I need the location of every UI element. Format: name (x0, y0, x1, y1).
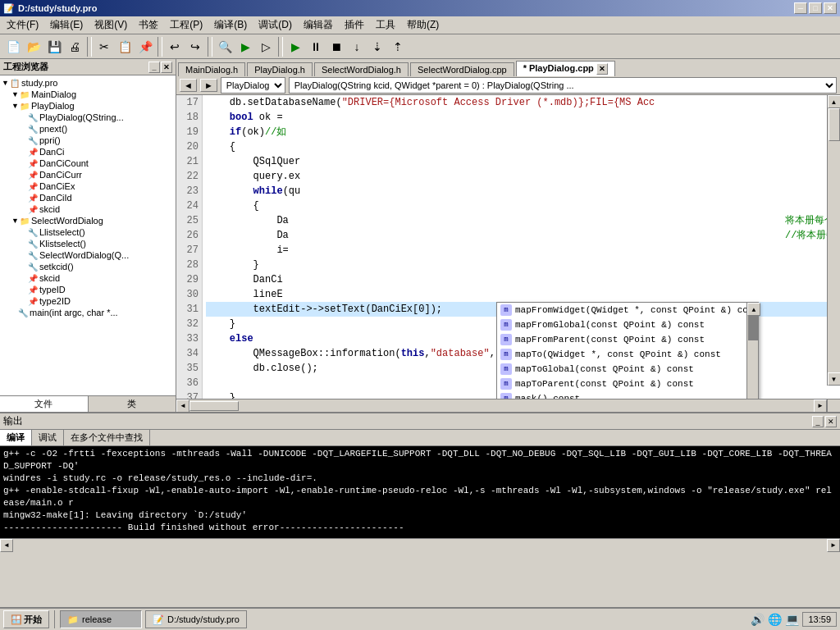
tab-playdialog-cpp[interactable]: * PlayDialog.cpp ✕ (516, 61, 615, 76)
debug-into-button[interactable]: ⇣ (368, 37, 387, 57)
undo-button[interactable]: ↩ (165, 37, 185, 57)
tab-maindialog-h[interactable]: MainDialog.h (178, 62, 245, 76)
menu-bookmark[interactable]: 书签 (134, 16, 163, 34)
tree-item-root[interactable]: ▼ 📋 study.pro (2, 77, 174, 89)
tree-item-playdialog-ctor[interactable]: 🔧 PlayDialog(QString... (2, 112, 174, 123)
debug-step-button[interactable]: ↓ (347, 37, 367, 57)
copy-button[interactable]: 📋 (115, 37, 135, 57)
tab-selectworddialog-cpp[interactable]: SelectWordDialog.cpp (410, 62, 514, 76)
tree-item-type2id[interactable]: 📌 type2ID (2, 295, 174, 307)
tree-item-main[interactable]: 🔧 main(int argc, char *... (2, 307, 174, 318)
ac-scrollbar[interactable]: ▲ ▼ (746, 303, 758, 399)
tree-item-llistselect[interactable]: 🔧 Llistselect() (2, 226, 174, 238)
expand-maindialog[interactable]: ▼ (11, 90, 18, 98)
expand-root[interactable]: ▼ (2, 79, 8, 87)
ac-item-2[interactable]: m mapFromGlobal(const QPoint &) const (497, 317, 746, 332)
tab-playdialog-h[interactable]: PlayDialog.h (247, 62, 313, 76)
tree-item-dancicount[interactable]: 📌 DanCiCount (2, 158, 174, 169)
nav-back-button[interactable]: ◄ (180, 79, 197, 92)
editor-vscrollbar[interactable]: ▲ ▼ (827, 95, 840, 386)
tree-item-ppri[interactable]: 🔧 ppri() (2, 135, 174, 146)
editor-hscroll-thumb[interactable] (189, 401, 239, 411)
taskbar-item-release[interactable]: 📁 release (60, 610, 142, 628)
paste-button[interactable]: 📌 (135, 37, 155, 57)
run-button[interactable]: ▷ (256, 37, 276, 57)
menu-project[interactable]: 工程(P) (165, 16, 208, 34)
expand-playdialog[interactable]: ▼ (11, 102, 18, 110)
panel-tab-file[interactable]: 文件 (0, 396, 89, 412)
close-button[interactable]: ✕ (824, 2, 837, 14)
cut-button[interactable]: ✂ (94, 37, 114, 57)
ac-item-3[interactable]: m mapFromParent(const QPoint &) const (497, 332, 746, 347)
build-button[interactable]: ▶ (235, 37, 255, 57)
minimize-button[interactable]: ─ (794, 2, 807, 14)
output-float-button[interactable]: _ (812, 416, 824, 427)
save-button[interactable]: 💾 (44, 37, 64, 57)
debug-pause-button[interactable]: ⏸ (306, 37, 326, 57)
ac-item-6[interactable]: m mapToParent(const QPoint &) const (497, 377, 746, 391)
taskbar-item-study[interactable]: 📝 D:/study/study.pro (145, 610, 247, 628)
ac-item-7[interactable]: m mask() const (497, 391, 746, 399)
tree-item-playdialog[interactable]: ▼ 📁 PlayDialog (2, 100, 174, 112)
tree-item-selectword-ctor[interactable]: 🔧 SelectWordDialog(Q... (2, 249, 174, 261)
output-tab-search[interactable]: 在多个文件中查找 (64, 430, 150, 445)
debug-out-button[interactable]: ⇡ (388, 37, 408, 57)
output-scroll-right[interactable]: ► (827, 539, 840, 552)
tab-close-button[interactable]: ✕ (596, 63, 608, 75)
panel-tab-class[interactable]: 类 (89, 396, 176, 412)
redo-button[interactable]: ↪ (185, 37, 205, 57)
method-selector[interactable]: PlayDialog(QString kcid, QWidget *parent… (289, 77, 837, 94)
editor-vscroll-thumb[interactable] (829, 108, 840, 141)
expand-selectworddialog[interactable]: ▼ (11, 217, 18, 225)
menu-editor[interactable]: 编辑器 (299, 16, 338, 34)
output-scroll-left[interactable]: ◄ (0, 539, 13, 552)
tree-item-selectworddialog[interactable]: ▼ 📁 SelectWordDialog (2, 215, 174, 226)
start-button[interactable]: 🪟 开始 (3, 610, 49, 628)
menu-debug[interactable]: 调试(D) (253, 16, 297, 34)
output-close-button[interactable]: ✕ (825, 416, 837, 427)
menu-tools[interactable]: 工具 (371, 16, 400, 34)
find-button[interactable]: 🔍 (215, 37, 235, 57)
ac-item-4[interactable]: m mapTo(QWidget *, const QPoint &) const (497, 347, 746, 362)
menu-compile[interactable]: 编译(B) (209, 16, 252, 34)
output-hscrollbar[interactable]: ◄ ► (0, 538, 840, 551)
autocomplete-dropdown[interactable]: m mapFromWidget(QWidget *, const QPoint … (496, 302, 759, 399)
ac-item-5[interactable]: m mapToGlobal(const QPoint &) const (497, 362, 746, 377)
tree-item-skcid2[interactable]: 📌 skcid (2, 272, 174, 284)
new-button[interactable]: 📄 (3, 37, 23, 57)
ac-scroll-thumb[interactable] (748, 316, 758, 340)
editor-scroll-down[interactable]: ▼ (828, 372, 841, 386)
editor-hscrollbar[interactable]: ◄ ► (176, 399, 840, 412)
tree-item-setkcid[interactable]: 🔧 setkcid() (2, 261, 174, 272)
tab-selectworddialog-h[interactable]: SelectWordDialog.h (314, 62, 409, 76)
maximize-button[interactable]: □ (809, 2, 822, 14)
tree-item-danci[interactable]: 📌 DanCi (2, 146, 174, 158)
panel-close-button[interactable]: ✕ (161, 62, 172, 73)
output-tab-compile[interactable]: 编译 (0, 430, 32, 445)
panel-float-button[interactable]: _ (148, 62, 160, 73)
editor-scroll-left[interactable]: ◄ (176, 399, 189, 413)
debug-stop-button[interactable]: ⏹ (326, 37, 346, 57)
menu-view[interactable]: 视图(V) (89, 16, 132, 34)
tree-item-danciid[interactable]: 📌 DanCiId (2, 192, 174, 203)
ac-scroll-up[interactable]: ▲ (747, 303, 760, 316)
tree-item-skcid[interactable]: 📌 skcid (2, 203, 174, 215)
menu-plugins[interactable]: 插件 (340, 16, 369, 34)
editor-scroll-right[interactable]: ► (814, 399, 827, 413)
print-button[interactable]: 🖨 (65, 37, 84, 57)
debug-run-button[interactable]: ▶ (285, 37, 305, 57)
tree-item-pnext[interactable]: 🔧 pnext() (2, 123, 174, 135)
tree-item-danciex[interactable]: 📌 DanCiEx (2, 180, 174, 192)
tree-item-maindialog[interactable]: ▼ 📁 MainDialog (2, 89, 174, 100)
editor-scroll-up[interactable]: ▲ (828, 95, 841, 108)
open-button[interactable]: 📂 (24, 37, 43, 57)
ac-item-1[interactable]: m mapFromWidget(QWidget *, const QPoint … (497, 303, 746, 317)
tree-item-klistselect[interactable]: 🔧 Klistselect() (2, 238, 174, 249)
tree-item-dancicurr[interactable]: 📌 DanCiCurr (2, 169, 174, 180)
menu-edit[interactable]: 编辑(E) (45, 16, 88, 34)
menu-file[interactable]: 文件(F) (2, 16, 43, 34)
class-selector[interactable]: PlayDialog (221, 77, 285, 94)
nav-fwd-button[interactable]: ► (200, 79, 217, 92)
tree-item-typeid[interactable]: 📌 typeID (2, 284, 174, 295)
output-tab-debug[interactable]: 调试 (32, 430, 64, 445)
